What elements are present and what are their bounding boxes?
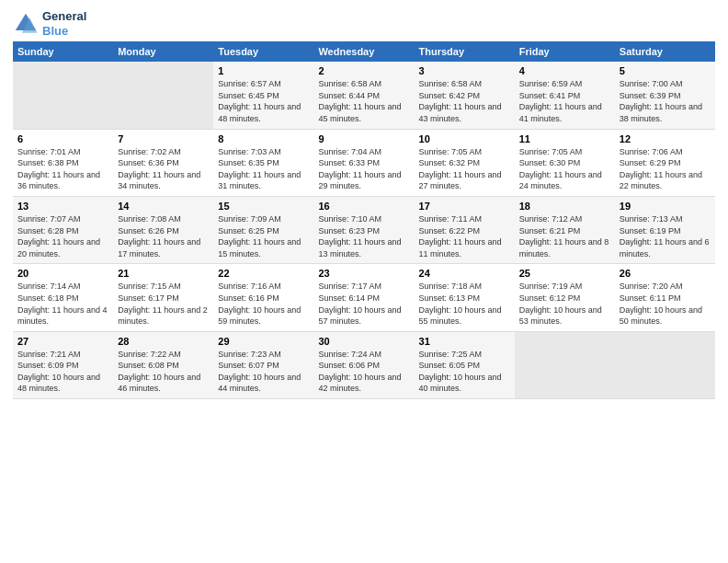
- day-info: Sunrise: 7:24 AMSunset: 6:06 PMDaylight:…: [318, 349, 409, 395]
- calendar-cell: 28Sunrise: 7:22 AMSunset: 6:08 PMDayligh…: [113, 331, 213, 398]
- day-info: Sunrise: 7:16 AMSunset: 6:16 PMDaylight:…: [218, 281, 309, 327]
- calendar-cell: [113, 62, 213, 129]
- day-number: 14: [118, 201, 209, 212]
- logo-text: General Blue: [42, 9, 86, 38]
- calendar-cell: 5Sunrise: 7:00 AMSunset: 6:39 PMDaylight…: [615, 62, 715, 129]
- calendar-cell: 4Sunrise: 6:59 AMSunset: 6:41 PMDaylight…: [515, 62, 615, 129]
- page-container: General Blue SundayMondayTuesdayWednesda…: [0, 0, 728, 405]
- header: General Blue: [13, 9, 715, 38]
- day-number: 6: [17, 133, 108, 144]
- day-info: Sunrise: 7:17 AMSunset: 6:14 PMDaylight:…: [318, 281, 409, 327]
- calendar-cell: 23Sunrise: 7:17 AMSunset: 6:14 PMDayligh…: [313, 264, 414, 331]
- day-number: 5: [620, 65, 711, 76]
- col-header-thursday: Thursday: [415, 41, 515, 62]
- calendar-cell: 18Sunrise: 7:12 AMSunset: 6:21 PMDayligh…: [515, 196, 615, 263]
- day-number: 23: [318, 268, 409, 279]
- day-info: Sunrise: 7:06 AMSunset: 6:29 PMDaylight:…: [620, 146, 711, 192]
- day-number: 2: [318, 65, 409, 76]
- calendar-cell: 19Sunrise: 7:13 AMSunset: 6:19 PMDayligh…: [615, 196, 715, 263]
- day-info: Sunrise: 7:20 AMSunset: 6:11 PMDaylight:…: [620, 281, 711, 327]
- day-number: 30: [318, 336, 409, 347]
- day-info: Sunrise: 7:00 AMSunset: 6:39 PMDaylight:…: [620, 78, 711, 124]
- day-number: 10: [419, 133, 510, 144]
- calendar-header-row: SundayMondayTuesdayWednesdayThursdayFrid…: [13, 41, 715, 62]
- day-number: 17: [419, 201, 510, 212]
- col-header-tuesday: Tuesday: [213, 41, 313, 62]
- day-info: Sunrise: 7:25 AMSunset: 6:05 PMDaylight:…: [419, 349, 510, 395]
- day-number: 28: [118, 336, 209, 347]
- day-number: 13: [17, 201, 108, 212]
- day-number: 24: [419, 268, 510, 279]
- calendar-cell: 8Sunrise: 7:03 AMSunset: 6:35 PMDaylight…: [213, 129, 313, 196]
- calendar-table: SundayMondayTuesdayWednesdayThursdayFrid…: [13, 41, 715, 399]
- day-info: Sunrise: 7:03 AMSunset: 6:35 PMDaylight:…: [218, 146, 309, 192]
- day-info: Sunrise: 7:05 AMSunset: 6:32 PMDaylight:…: [419, 146, 510, 192]
- day-number: 18: [519, 201, 610, 212]
- day-info: Sunrise: 6:57 AMSunset: 6:45 PMDaylight:…: [218, 78, 309, 124]
- calendar-cell: [13, 62, 113, 129]
- day-info: Sunrise: 7:18 AMSunset: 6:13 PMDaylight:…: [419, 281, 510, 327]
- logo-icon: [13, 11, 39, 37]
- day-number: 25: [519, 268, 610, 279]
- day-info: Sunrise: 7:14 AMSunset: 6:18 PMDaylight:…: [17, 281, 108, 327]
- day-number: 21: [118, 268, 209, 279]
- day-info: Sunrise: 7:01 AMSunset: 6:38 PMDaylight:…: [17, 146, 108, 192]
- calendar-cell: [515, 331, 615, 398]
- calendar-cell: 25Sunrise: 7:19 AMSunset: 6:12 PMDayligh…: [515, 264, 615, 331]
- calendar-cell: 6Sunrise: 7:01 AMSunset: 6:38 PMDaylight…: [13, 129, 113, 196]
- day-number: 11: [519, 133, 610, 144]
- day-number: 9: [318, 133, 409, 144]
- day-number: 12: [620, 133, 711, 144]
- day-number: 19: [620, 201, 711, 212]
- day-info: Sunrise: 7:04 AMSunset: 6:33 PMDaylight:…: [318, 146, 409, 192]
- calendar-cell: 21Sunrise: 7:15 AMSunset: 6:17 PMDayligh…: [113, 264, 213, 331]
- day-info: Sunrise: 7:07 AMSunset: 6:28 PMDaylight:…: [17, 213, 108, 259]
- day-info: Sunrise: 7:05 AMSunset: 6:30 PMDaylight:…: [519, 146, 610, 192]
- week-row-4: 20Sunrise: 7:14 AMSunset: 6:18 PMDayligh…: [13, 264, 715, 331]
- calendar-cell: 16Sunrise: 7:10 AMSunset: 6:23 PMDayligh…: [313, 196, 414, 263]
- day-info: Sunrise: 7:10 AMSunset: 6:23 PMDaylight:…: [318, 213, 409, 259]
- day-info: Sunrise: 7:08 AMSunset: 6:26 PMDaylight:…: [118, 213, 209, 259]
- col-header-wednesday: Wednesday: [313, 41, 414, 62]
- calendar-cell: 15Sunrise: 7:09 AMSunset: 6:25 PMDayligh…: [213, 196, 313, 263]
- day-info: Sunrise: 7:09 AMSunset: 6:25 PMDaylight:…: [218, 213, 309, 259]
- calendar-cell: 20Sunrise: 7:14 AMSunset: 6:18 PMDayligh…: [13, 264, 113, 331]
- week-row-3: 13Sunrise: 7:07 AMSunset: 6:28 PMDayligh…: [13, 196, 715, 263]
- calendar-cell: 22Sunrise: 7:16 AMSunset: 6:16 PMDayligh…: [213, 264, 313, 331]
- col-header-monday: Monday: [113, 41, 213, 62]
- calendar-cell: 3Sunrise: 6:58 AMSunset: 6:42 PMDaylight…: [415, 62, 515, 129]
- day-info: Sunrise: 6:58 AMSunset: 6:42 PMDaylight:…: [419, 78, 510, 124]
- calendar-cell: 10Sunrise: 7:05 AMSunset: 6:32 PMDayligh…: [415, 129, 515, 196]
- week-row-1: 1Sunrise: 6:57 AMSunset: 6:45 PMDaylight…: [13, 62, 715, 129]
- calendar-cell: 2Sunrise: 6:58 AMSunset: 6:44 PMDaylight…: [313, 62, 414, 129]
- day-info: Sunrise: 7:12 AMSunset: 6:21 PMDaylight:…: [519, 213, 610, 259]
- calendar-cell: 30Sunrise: 7:24 AMSunset: 6:06 PMDayligh…: [313, 331, 414, 398]
- day-number: 26: [620, 268, 711, 279]
- day-info: Sunrise: 7:22 AMSunset: 6:08 PMDaylight:…: [118, 349, 209, 395]
- day-number: 7: [118, 133, 209, 144]
- day-number: 4: [519, 65, 610, 76]
- day-number: 31: [419, 336, 510, 347]
- day-info: Sunrise: 7:13 AMSunset: 6:19 PMDaylight:…: [620, 213, 711, 259]
- day-number: 22: [218, 268, 309, 279]
- col-header-saturday: Saturday: [615, 41, 715, 62]
- week-row-5: 27Sunrise: 7:21 AMSunset: 6:09 PMDayligh…: [13, 331, 715, 398]
- day-info: Sunrise: 7:19 AMSunset: 6:12 PMDaylight:…: [519, 281, 610, 327]
- calendar-cell: 29Sunrise: 7:23 AMSunset: 6:07 PMDayligh…: [213, 331, 313, 398]
- week-row-2: 6Sunrise: 7:01 AMSunset: 6:38 PMDaylight…: [13, 129, 715, 196]
- logo: General Blue: [13, 9, 86, 38]
- calendar-cell: [615, 331, 715, 398]
- col-header-sunday: Sunday: [13, 41, 113, 62]
- day-number: 3: [419, 65, 510, 76]
- day-number: 20: [17, 268, 108, 279]
- day-number: 27: [17, 336, 108, 347]
- day-number: 1: [218, 65, 309, 76]
- day-info: Sunrise: 7:23 AMSunset: 6:07 PMDaylight:…: [218, 349, 309, 395]
- calendar-cell: 13Sunrise: 7:07 AMSunset: 6:28 PMDayligh…: [13, 196, 113, 263]
- day-info: Sunrise: 7:21 AMSunset: 6:09 PMDaylight:…: [17, 349, 108, 395]
- day-number: 8: [218, 133, 309, 144]
- calendar-cell: 7Sunrise: 7:02 AMSunset: 6:36 PMDaylight…: [113, 129, 213, 196]
- calendar-cell: 9Sunrise: 7:04 AMSunset: 6:33 PMDaylight…: [313, 129, 414, 196]
- day-info: Sunrise: 6:58 AMSunset: 6:44 PMDaylight:…: [318, 78, 409, 124]
- day-info: Sunrise: 7:15 AMSunset: 6:17 PMDaylight:…: [118, 281, 209, 327]
